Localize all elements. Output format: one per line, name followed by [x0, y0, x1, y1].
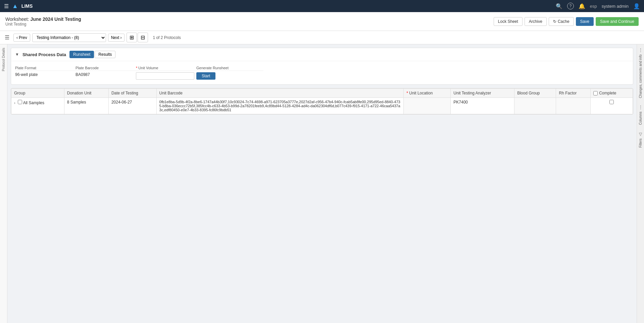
- search-icon[interactable]: 🔍: [556, 3, 562, 9]
- save-button[interactable]: Save: [576, 17, 594, 26]
- expand-row-icon[interactable]: ›: [14, 101, 15, 105]
- start-button-wrapper: Start: [196, 71, 263, 81]
- user-name: system admin: [602, 4, 629, 9]
- header-bar: Worksheet: June 2024 Unit Testing Unit T…: [0, 12, 644, 31]
- plate-barcode-value: BA0987: [76, 71, 136, 78]
- complete-checkbox[interactable]: [609, 100, 614, 104]
- user-avatar-icon[interactable]: 👤: [633, 3, 640, 9]
- header-actions: Lock Sheet Archive ↻ Cache Save Save and…: [494, 17, 639, 26]
- start-button[interactable]: Start: [196, 72, 215, 80]
- tab-runsheet[interactable]: Runsheet: [69, 51, 94, 58]
- app-title: LIMS: [21, 3, 33, 9]
- collapse-icon[interactable]: ▼: [15, 52, 19, 57]
- plate-barcode-col: Plate Barcode BA0987: [76, 65, 136, 81]
- save-continue-button[interactable]: Save and Continue: [596, 17, 639, 26]
- tab-results[interactable]: Results: [95, 51, 115, 58]
- generate-runsheet-label: Generate Runsheet: [196, 65, 263, 71]
- worksheet-title: Worksheet: June 2024 Unit Testing: [5, 16, 81, 22]
- archive-button[interactable]: Archive: [525, 17, 547, 26]
- nav-left: ☰ ▲ LIMS: [4, 3, 33, 10]
- right-sidebar: ⋮ Changes, comments and info ⋮ Columns ▽…: [637, 44, 644, 323]
- cache-label: Cache: [558, 19, 569, 24]
- th-complete: Complete: [591, 89, 633, 98]
- worksheet-name: June 2024 Unit Testing: [30, 16, 81, 22]
- sparse-grid-button[interactable]: ⊟: [138, 33, 148, 42]
- group-name: All Samples: [23, 100, 44, 105]
- unit-volume-col: * Unit Volume: [136, 65, 196, 81]
- columns-section: ⋮ Columns: [639, 105, 643, 125]
- plate-format-col: Plate Format 96-well plate: [15, 65, 76, 81]
- complete-header-checkbox[interactable]: [593, 91, 598, 95]
- plate-format-value: 96-well plate: [15, 71, 76, 78]
- th-unit-barcode: Unit Barcode: [156, 89, 404, 98]
- th-unit-location: * Unit Location: [404, 89, 451, 98]
- cell-blood-group[interactable]: [514, 98, 556, 114]
- notification-icon[interactable]: 🔔: [579, 3, 585, 9]
- next-label: Next: [111, 35, 119, 40]
- shared-process-form: Plate Format 96-well plate Plate Barcode…: [11, 61, 633, 84]
- cell-rh-factor[interactable]: [556, 98, 591, 114]
- user-lang: esp: [590, 4, 597, 9]
- worksheet-subtitle: Unit Testing: [5, 22, 81, 27]
- header-left: Worksheet: June 2024 Unit Testing Unit T…: [5, 16, 81, 27]
- unit-volume-input-wrapper: [136, 71, 196, 81]
- toolbar-menu-icon[interactable]: ☰: [3, 33, 11, 42]
- table-row: › All Samples 8 Samples 2024-06-27 0fb1e…: [11, 98, 633, 114]
- center-content: ▼ Shared Process Data Runsheet Results P…: [7, 44, 637, 323]
- shared-process-card: ▼ Shared Process Data Runsheet Results P…: [11, 48, 633, 85]
- columns-label[interactable]: Columns: [639, 112, 642, 125]
- top-nav: ☰ ▲ LIMS 🔍 ? 🔔 esp system admin 👤: [0, 0, 644, 12]
- plate-format-label: Plate Format: [15, 65, 76, 71]
- table-body: › All Samples 8 Samples 2024-06-27 0fb1e…: [11, 98, 633, 114]
- cell-unit-barcode: 0fb1e8ba-5d9b-4f2a-8be6-1747a44b30f7,10c…: [156, 98, 404, 114]
- help-icon[interactable]: ?: [567, 3, 574, 9]
- protocol-select[interactable]: Testing Information - (8): [32, 33, 106, 42]
- prev-arrow-icon: ‹: [16, 35, 18, 40]
- unit-volume-label: * Unit Volume: [136, 65, 196, 71]
- filters-icon[interactable]: ▽: [639, 132, 642, 136]
- cell-complete: [591, 98, 633, 114]
- view-buttons: ⊞ ⊟: [127, 33, 148, 42]
- row-checkbox[interactable]: [18, 100, 22, 104]
- changes-section: ⋮ Changes, comments and info: [639, 48, 643, 98]
- toolbar: ☰ ‹ Prev Testing Information - (8) Next …: [0, 31, 644, 44]
- cell-unit-location[interactable]: [404, 98, 451, 114]
- changes-label[interactable]: Changes, comments and info: [639, 54, 642, 98]
- filters-section: ▽ Filters: [639, 132, 642, 148]
- prev-button[interactable]: ‹ Prev: [13, 34, 30, 42]
- th-donation-unit: Donation Unit: [64, 89, 108, 98]
- th-group: Group: [11, 89, 64, 98]
- menu-icon[interactable]: ☰: [4, 3, 9, 9]
- data-table-card: Group Donation Unit Date of Testing Unit…: [11, 88, 633, 115]
- header-row: Group Donation Unit Date of Testing Unit…: [11, 89, 633, 98]
- next-button[interactable]: Next ›: [108, 34, 125, 42]
- logo-icon: ▲: [12, 3, 18, 10]
- cell-donation-unit: 8 Samples: [64, 98, 108, 114]
- protocol-details-label[interactable]: Protocol Details: [2, 48, 5, 71]
- columns-icon[interactable]: ⋮: [639, 105, 643, 110]
- table-header: Group Donation Unit Date of Testing Unit…: [11, 89, 633, 98]
- shared-process-header: ▼ Shared Process Data Runsheet Results: [11, 48, 633, 61]
- main-content: Protocol Details ▼ Shared Process Data R…: [0, 44, 644, 323]
- prev-label: Prev: [19, 35, 27, 40]
- worksheet-label: Worksheet:: [5, 16, 29, 22]
- th-rh-factor: Rh Factor: [556, 89, 591, 98]
- lock-sheet-button[interactable]: Lock Sheet: [494, 17, 523, 26]
- changes-icon[interactable]: ⋮: [639, 48, 643, 52]
- next-arrow-icon: ›: [120, 35, 121, 40]
- filters-label[interactable]: Filters: [639, 138, 642, 148]
- plate-barcode-label: Plate Barcode: [76, 65, 136, 71]
- shared-process-title: Shared Process Data: [22, 52, 66, 57]
- th-blood-group: Blood Group: [514, 89, 556, 98]
- th-date-of-testing: Date of Testing: [108, 89, 156, 98]
- dense-grid-button[interactable]: ⊞: [127, 33, 137, 42]
- generate-runsheet-col: Generate Runsheet Start: [196, 65, 263, 81]
- cell-group: › All Samples: [11, 98, 64, 114]
- left-sidebar: Protocol Details: [0, 44, 7, 323]
- tab-buttons: Runsheet Results: [69, 51, 115, 58]
- nav-right: 🔍 ? 🔔 esp system admin 👤: [556, 3, 640, 9]
- cache-button[interactable]: ↻ Cache: [549, 17, 574, 26]
- samples-table: Group Donation Unit Date of Testing Unit…: [11, 88, 633, 114]
- unit-volume-input[interactable]: [136, 72, 194, 80]
- cache-icon: ↻: [553, 19, 556, 24]
